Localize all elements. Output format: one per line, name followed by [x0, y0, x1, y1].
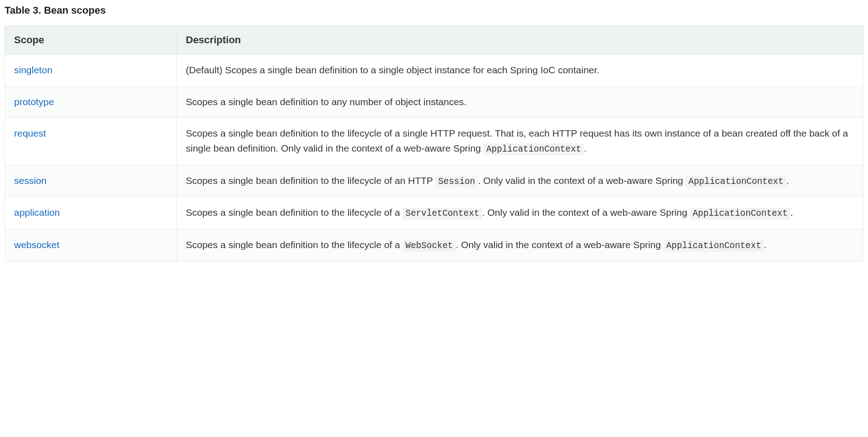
table-row: sessionScopes a single bean definition t… — [5, 165, 863, 197]
desc-text: Scopes a single bean definition to the l… — [186, 207, 403, 218]
description-cell: Scopes a single bean definition to the l… — [177, 229, 863, 262]
scope-link[interactable]: prototype — [14, 97, 54, 107]
desc-text: . Only valid in the context of a web-awa… — [456, 239, 664, 250]
table-row: prototypeScopes a single bean definition… — [5, 86, 863, 118]
desc-text: Scopes a single bean definition to the l… — [186, 239, 403, 250]
scope-link[interactable]: singleton — [14, 65, 52, 75]
scope-cell: prototype — [5, 86, 177, 118]
description-cell: Scopes a single bean definition to the l… — [177, 197, 863, 229]
inline-code: ApplicationContext — [686, 176, 786, 188]
description-cell: (Default) Scopes a single bean definitio… — [177, 55, 863, 86]
scope-cell: application — [5, 197, 177, 229]
inline-code: ApplicationContext — [690, 208, 791, 219]
desc-text: . — [791, 207, 793, 218]
scope-cell: singleton — [5, 55, 177, 86]
bean-scopes-table: Scope Description singleton(Default) Sco… — [5, 25, 863, 262]
desc-text: . — [764, 239, 767, 250]
desc-text: . Only valid in the context of a web-awa… — [478, 175, 685, 186]
inline-code: Session — [435, 176, 478, 188]
description-cell: Scopes a single bean definition to the l… — [177, 165, 863, 197]
header-scope: Scope — [5, 26, 177, 55]
header-description: Description — [177, 26, 863, 55]
table-row: applicationScopes a single bean definiti… — [5, 197, 863, 229]
desc-text: . — [786, 175, 789, 186]
scope-link[interactable]: session — [14, 175, 46, 186]
table-row: requestScopes a single bean definition t… — [5, 118, 863, 165]
scope-cell: session — [5, 165, 177, 197]
scope-link[interactable]: websocket — [14, 239, 59, 250]
desc-text: (Default) Scopes a single bean definitio… — [186, 65, 599, 75]
table-row: websocketScopes a single bean definition… — [5, 229, 863, 262]
scope-cell: websocket — [5, 229, 177, 262]
inline-code: ApplicationContext — [484, 143, 584, 155]
table-caption: Table 3. Bean scopes — [5, 5, 863, 16]
scope-link[interactable]: request — [14, 128, 46, 138]
desc-text: . Only valid in the context of a web-awa… — [482, 207, 690, 218]
inline-code: WebSocket — [403, 240, 455, 252]
scope-link[interactable]: application — [14, 207, 60, 218]
scope-cell: request — [5, 118, 177, 165]
desc-text: Scopes a single bean definition to any n… — [186, 97, 466, 107]
table-row: singleton(Default) Scopes a single bean … — [5, 55, 863, 86]
inline-code: ServletContext — [403, 208, 482, 219]
description-cell: Scopes a single bean definition to any n… — [177, 86, 863, 118]
inline-code: ApplicationContext — [664, 240, 764, 252]
desc-text: Scopes a single bean definition to the l… — [186, 175, 435, 186]
desc-text: . — [584, 143, 587, 153]
description-cell: Scopes a single bean definition to the l… — [177, 118, 863, 165]
